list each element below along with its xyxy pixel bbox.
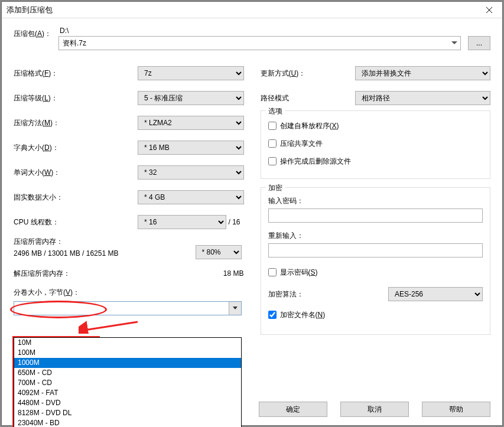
method-label: 压缩方法(M)： — [14, 118, 138, 128]
method-row: 压缩方法(M)： * LZMA2 — [14, 110, 244, 135]
cpu-total: / 16 — [226, 218, 244, 226]
mem-percent-select[interactable]: * 80% — [196, 245, 242, 259]
encnames-label: 加密文件名(N) — [280, 310, 326, 320]
enc-algo-row: 加密算法： AES-256 — [268, 287, 483, 301]
solid-row: 固实数据大小： * 4 GB — [14, 185, 244, 210]
encrypt-legend: 加密 — [266, 183, 285, 193]
volume-dropdown[interactable]: 10M100M1000M650M - CD700M - CD4092M - FA… — [14, 337, 242, 427]
decompress-mem-label: 解压缩所需内存： — [14, 269, 209, 279]
window-title: 添加到压缩包 — [6, 5, 481, 15]
sfx-checkbox[interactable] — [268, 122, 277, 130]
volume-input[interactable] — [14, 301, 242, 315]
volume-section: 分卷大小，字节(V)： — [14, 288, 244, 315]
password2-input[interactable] — [268, 243, 483, 257]
close-icon — [486, 6, 493, 14]
archive-row: 压缩包(A)： D:\ ... — [14, 27, 490, 50]
compress-mem-label: 压缩所需内存： — [14, 237, 196, 247]
word-row: 单词大小(W)： * 32 — [14, 160, 244, 185]
dialog-body: 压缩包(A)： D:\ ... 压缩格式(F)： 7z 压缩等级(L)： 5 -… — [2, 18, 502, 425]
word-select[interactable]: * 32 — [138, 165, 244, 180]
close-button[interactable] — [481, 2, 498, 18]
volume-option[interactable]: 650M - CD — [14, 368, 241, 378]
delete-row: 操作完成后删除源文件 — [268, 152, 483, 170]
decompress-mem-row: 解压缩所需内存： 18 MB — [14, 265, 244, 282]
volume-option[interactable]: 1000M — [14, 358, 241, 368]
archive-mid: D:\ — [58, 27, 461, 50]
solid-label: 固实数据大小： — [14, 193, 138, 203]
volume-label: 分卷大小，字节(V)： — [14, 288, 244, 298]
pathmode-select[interactable]: 相对路径 — [355, 91, 491, 105]
showpwd-row: 显示密码(S) — [268, 263, 483, 281]
cpu-row: CPU 线程数： * 16 / 16 — [14, 210, 244, 234]
share-checkbox[interactable] — [268, 139, 277, 148]
update-label: 更新方式(U)： — [261, 69, 355, 79]
delete-checkbox[interactable] — [268, 157, 277, 165]
archive-name-input[interactable] — [58, 36, 461, 50]
level-label: 压缩等级(L)： — [14, 93, 138, 103]
volume-option[interactable]: 23040M - BD — [14, 418, 241, 427]
password2-label: 重新输入： — [268, 231, 483, 241]
options-legend: 选项 — [266, 106, 285, 116]
decompress-mem-value: 18 MB — [209, 269, 244, 278]
volume-option[interactable]: 8128M - DVD DL — [14, 408, 241, 418]
dict-label: 字典大小(D)： — [14, 143, 138, 153]
sfx-label: 创建自释放程序(X) — [280, 121, 339, 131]
delete-label: 操作完成后删除源文件 — [280, 157, 351, 167]
share-row: 压缩共享文件 — [268, 135, 483, 152]
level-select[interactable]: 5 - 标准压缩 — [138, 91, 244, 105]
pathmode-row: 路径模式 相对路径 — [261, 86, 491, 110]
enc-algo-select[interactable]: AES-256 — [388, 287, 483, 301]
password-input[interactable] — [268, 208, 483, 223]
cpu-select[interactable]: * 16 — [138, 215, 226, 229]
volume-option[interactable]: 700M - CD — [14, 378, 241, 388]
compress-mem-value: 2496 MB / 13001 MB / 16251 MB — [14, 249, 196, 257]
archive-label: 压缩包(A)： — [14, 27, 58, 39]
level-row: 压缩等级(L)： 5 - 标准压缩 — [14, 86, 244, 110]
volume-option[interactable]: 4092M - FAT — [14, 388, 241, 398]
options-group: 选项 创建自释放程序(X) 压缩共享文件 操作完成后删除源文件 — [261, 110, 491, 179]
dict-select[interactable]: * 16 MB — [138, 141, 244, 155]
showpwd-checkbox[interactable] — [268, 268, 277, 276]
method-select[interactable]: * LZMA2 — [138, 116, 244, 130]
encnames-row: 加密文件名(N) — [268, 306, 483, 324]
pathmode-label: 路径模式 — [261, 93, 355, 103]
enc-algo-label: 加密算法： — [268, 289, 389, 299]
help-button[interactable]: 帮助 — [422, 402, 490, 417]
cpu-label: CPU 线程数： — [14, 217, 138, 227]
cancel-button[interactable]: 取消 — [340, 402, 409, 417]
titlebar: 添加到压缩包 — [2, 2, 502, 18]
left-column: 压缩格式(F)： 7z 压缩等级(L)： 5 - 标准压缩 压缩方法(M)： *… — [14, 61, 244, 343]
button-row: 确定 取消 帮助 — [259, 402, 490, 417]
volume-option[interactable]: 10M — [14, 338, 241, 348]
update-select[interactable]: 添加并替换文件 — [355, 66, 491, 80]
compress-mem-row: 压缩所需内存： 2496 MB / 13001 MB / 16251 MB * … — [14, 237, 244, 259]
password-label: 输入密码： — [268, 196, 483, 206]
volume-option[interactable]: 4480M - DVD — [14, 398, 241, 408]
encrypt-group: 加密 输入密码： 重新输入： 显示密码(S) 加密算法： AES-256 — [261, 187, 491, 335]
right-column: 更新方式(U)： 添加并替换文件 路径模式 相对路径 选项 创建自释放程序(X) — [261, 61, 491, 343]
solid-select[interactable]: * 4 GB — [138, 190, 244, 204]
columns: 压缩格式(F)： 7z 压缩等级(L)： 5 - 标准压缩 压缩方法(M)： *… — [14, 61, 490, 343]
archive-path: D:\ — [58, 27, 461, 36]
share-label: 压缩共享文件 — [280, 139, 323, 149]
format-label: 压缩格式(F)： — [14, 69, 138, 79]
update-row: 更新方式(U)： 添加并替换文件 — [261, 61, 491, 86]
dict-row: 字典大小(D)： * 16 MB — [14, 135, 244, 160]
encnames-checkbox[interactable] — [268, 311, 277, 319]
showpwd-label: 显示密码(S) — [280, 268, 318, 278]
word-label: 单词大小(W)： — [14, 168, 138, 178]
dialog-window: 添加到压缩包 压缩包(A)： D:\ ... 压缩格式(F)： 7z — [1, 1, 503, 426]
ok-button[interactable]: 确定 — [259, 402, 327, 417]
volume-option[interactable]: 100M — [14, 348, 241, 358]
browse-button[interactable]: ... — [468, 36, 490, 50]
format-select[interactable]: 7z — [138, 66, 244, 80]
sfx-row: 创建自释放程序(X) — [268, 117, 483, 135]
format-row: 压缩格式(F)： 7z — [14, 61, 244, 86]
